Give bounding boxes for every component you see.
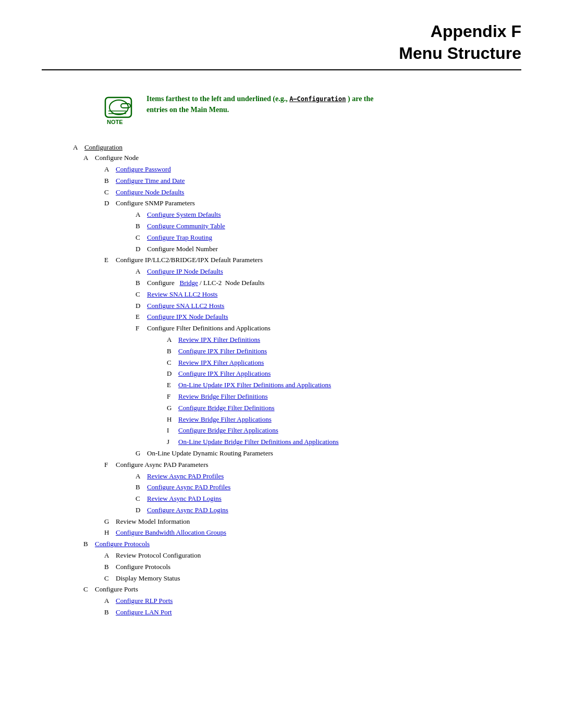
label-model-number: Configure Model Number xyxy=(147,244,218,255)
configure-ipx-filter-app-link[interactable]: Configure IPX Filter Applications xyxy=(178,368,271,379)
configure-ipx-filter-def-link[interactable]: Configure IPX Filter Definitions xyxy=(178,346,267,357)
label-configure-ports: Configure Ports xyxy=(95,584,138,595)
menu-item-af: F Configure Async PAD Parameters xyxy=(104,460,521,471)
label-configure-proto: Configure Protocols xyxy=(116,562,170,573)
level-protocols: A Review Protocol Configuration B Config… xyxy=(104,550,521,584)
review-ipx-filter-def-link[interactable]: Review IPX Filter Definitions xyxy=(178,335,260,346)
configure-community-link[interactable]: Configure Community Table xyxy=(147,221,225,232)
menu-item-filter-f: F Review Bridge Filter Definitions xyxy=(167,391,521,402)
online-update-bridge-link[interactable]: On-Line Update Bridge Filter Definitions… xyxy=(178,437,339,448)
review-sna-link[interactable]: Review SNA LLC2 Hosts xyxy=(147,289,217,300)
configure-trap-link[interactable]: Configure Trap Routing xyxy=(147,232,212,243)
menu-item-filter-g: G Configure Bridge Filter Definitions xyxy=(167,403,521,414)
review-async-logins-link[interactable]: Review Async PAD Logins xyxy=(147,493,222,504)
menu-structure: A Configuration A Configure Node A Confi… xyxy=(73,143,521,618)
note-box: NOTE Items farthest to the left and unde… xyxy=(104,91,521,128)
menu-item-filter-h: H Review Bridge Filter Applications xyxy=(167,414,521,425)
configure-protocols-link[interactable]: Configure Protocols xyxy=(95,539,150,550)
menu-item-snmp-c: C Configure Trap Routing xyxy=(136,232,521,243)
label-bridge-llc2: Configure Bridge / LLC-2 Node Defaults xyxy=(147,278,264,289)
menu-item-filter-d: D Configure IPX Filter Applications xyxy=(167,368,521,379)
note-icon-container: NOTE xyxy=(104,91,138,128)
top-key: A xyxy=(73,143,84,152)
menu-item-proto-a: A Review Protocol Configuration xyxy=(104,550,521,561)
note-icon: NOTE xyxy=(104,91,138,128)
menu-item-async-a: A Review Async PAD Profiles xyxy=(136,471,521,482)
menu-item-async-c: C Review Async PAD Logins xyxy=(136,493,521,504)
menu-item-ip-e: E Configure IPX Node Defaults xyxy=(136,312,521,323)
svg-text:NOTE: NOTE xyxy=(107,119,123,125)
level-ports: A Configure RLP Ports B Configure LAN Po… xyxy=(104,596,521,618)
menu-item-proto-b: B Configure Protocols xyxy=(104,562,521,573)
note-text: Items farthest to the left and underline… xyxy=(146,91,374,115)
configure-time-link[interactable]: Configure Time and Date xyxy=(116,176,185,187)
label-snmp: Configure SNMP Parameters xyxy=(116,198,195,209)
menu-item-async-b: B Configure Async PAD Profiles xyxy=(136,482,521,493)
review-async-profiles-link[interactable]: Review Async PAD Profiles xyxy=(147,471,224,482)
page-header: Appendix F Menu Structure xyxy=(42,21,521,64)
menu-item-filter-e: E On-Line Update IPX Filter Definitions … xyxy=(167,380,521,391)
level-ip: A Configure IP Node Defaults B Configure… xyxy=(136,266,521,459)
menu-item-ag: G Review Model Information xyxy=(104,516,521,527)
review-bridge-filter-def-link[interactable]: Review Bridge Filter Definitions xyxy=(178,391,268,402)
configure-lan-link[interactable]: Configure LAN Port xyxy=(116,607,172,618)
menu-item-filter-j: J On-Line Update Bridge Filter Definitio… xyxy=(167,437,521,448)
svg-rect-2 xyxy=(121,104,130,108)
level-a: A Configure Node A Configure Password B … xyxy=(83,153,521,618)
page: Appendix F Menu Structure NOTE It xyxy=(0,0,563,728)
label-display-memory: Display Memory Status xyxy=(116,573,180,584)
label-review-model: Review Model Information xyxy=(116,516,190,527)
online-update-ipx-link[interactable]: On-Line Update IPX Filter Definitions an… xyxy=(178,380,331,391)
label-online-dynamic: On-Line Update Dynamic Routing Parameter… xyxy=(147,448,273,459)
menu-item-ae: E Configure IP/LLC2/BRIDGE/IPX Default P… xyxy=(104,255,521,266)
configure-bridge-filter-def-link[interactable]: Configure Bridge Filter Definitions xyxy=(178,403,275,414)
menu-item-filter-b: B Configure IPX Filter Definitions xyxy=(167,346,521,357)
top-level-item: A Configuration xyxy=(73,143,521,152)
label-review-proto: Review Protocol Configuration xyxy=(116,550,201,561)
menu-item-ah: H Configure Bandwidth Allocation Groups xyxy=(104,527,521,538)
review-bridge-filter-app-link[interactable]: Review Bridge Filter Applications xyxy=(178,414,272,425)
configure-rlp-link[interactable]: Configure RLP Ports xyxy=(116,596,173,607)
configure-sna-link[interactable]: Configure SNA LLC2 Hosts xyxy=(147,301,224,312)
configure-node-defaults-link[interactable]: Configure Node Defaults xyxy=(116,187,184,198)
level-filter: A Review IPX Filter Definitions B Config… xyxy=(167,335,521,448)
header-divider xyxy=(42,69,521,70)
configure-bandwidth-link[interactable]: Configure Bandwidth Allocation Groups xyxy=(116,527,226,538)
label-filter-defs: Configure Filter Definitions and Applica… xyxy=(147,323,271,334)
menu-item-ip-d: D Configure SNA LLC2 Hosts xyxy=(136,301,521,312)
menu-item-ip-b: B Configure Bridge / LLC-2 Node Defaults xyxy=(136,278,521,289)
menu-item-ab: B Configure Time and Date xyxy=(104,176,521,187)
menu-item-aa: A Configure Password xyxy=(104,164,521,175)
configure-ipx-node-link[interactable]: Configure IPX Node Defaults xyxy=(147,312,228,323)
menu-item-proto-c: C Display Memory Status xyxy=(104,573,521,584)
menu-item-filter-i: I Configure Bridge Filter Applications xyxy=(167,425,521,436)
menu-item-ac: C Configure Node Defaults xyxy=(104,187,521,198)
menu-item-filter-c: C Review IPX Filter Applications xyxy=(167,357,521,368)
menu-item-a: A Configure Node xyxy=(83,153,521,164)
configure-async-logins-link[interactable]: Configure Async PAD Logins xyxy=(147,505,228,516)
level-snmp: A Configure System Defaults B Configure … xyxy=(136,209,521,254)
top-label: Configuration xyxy=(84,143,123,152)
menu-item-filter-a: A Review IPX Filter Definitions xyxy=(167,335,521,346)
menu-item-async-d: D Configure Async PAD Logins xyxy=(136,505,521,516)
configure-ip-node-link[interactable]: Configure IP Node Defaults xyxy=(147,266,223,277)
menu-item-snmp-a: A Configure System Defaults xyxy=(136,209,521,220)
page-title: Appendix F Menu Structure xyxy=(42,21,521,64)
configure-bridge-filter-app-link[interactable]: Configure Bridge Filter Applications xyxy=(178,425,278,436)
label-async-pad: Configure Async PAD Parameters xyxy=(116,460,209,471)
menu-item-port-a: A Configure RLP Ports xyxy=(104,596,521,607)
configure-sys-defaults-link[interactable]: Configure System Defaults xyxy=(147,209,221,220)
menu-item-port-b: B Configure LAN Port xyxy=(104,607,521,618)
menu-item-snmp-b: B Configure Community Table xyxy=(136,221,521,232)
menu-item-ip-c: C Review SNA LLC2 Hosts xyxy=(136,289,521,300)
bridge-link[interactable]: Bridge xyxy=(179,279,198,287)
menu-item-c: C Configure Ports xyxy=(83,584,521,595)
label-a: Configure Node xyxy=(95,153,139,164)
menu-item-ip-g: G On-Line Update Dynamic Routing Paramet… xyxy=(136,448,521,459)
review-ipx-filter-app-link[interactable]: Review IPX Filter Applications xyxy=(178,357,264,368)
configure-async-profiles-link[interactable]: Configure Async PAD Profiles xyxy=(147,482,230,493)
key-a: A xyxy=(83,153,95,164)
configure-password-link[interactable]: Configure Password xyxy=(116,164,171,175)
menu-item-b: B Configure Protocols xyxy=(83,539,521,550)
level-aa: A Configure Password B Configure Time an… xyxy=(104,164,521,538)
